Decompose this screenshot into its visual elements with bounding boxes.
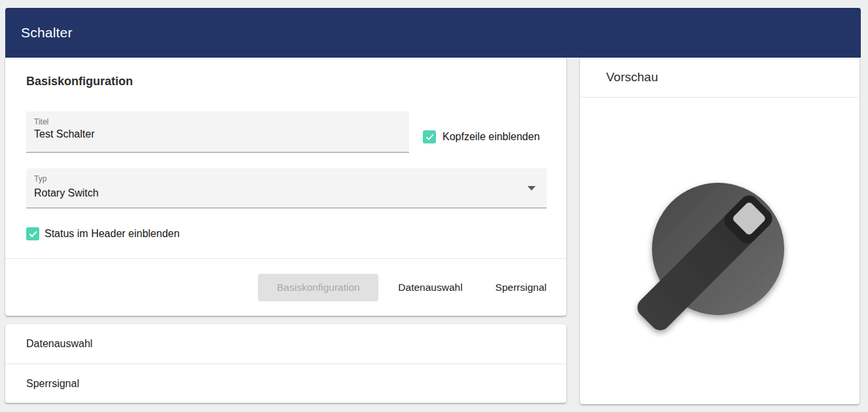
vorschau-title: Vorschau bbox=[580, 70, 658, 84]
titel-field[interactable]: Titel bbox=[26, 111, 409, 153]
titel-input[interactable] bbox=[34, 128, 378, 140]
accordion-card: Datenauswahl Sperrsignal bbox=[5, 324, 566, 403]
accordion-item-label: Sperrsignal bbox=[26, 378, 79, 390]
basiskonfiguration-title: Basiskonfiguration bbox=[26, 75, 133, 88]
checkmark-icon bbox=[28, 229, 38, 239]
basiskonfiguration-card: Basiskonfiguration Titel Kopfzeile einbl… bbox=[5, 58, 566, 316]
accordion-item-datenauswahl[interactable]: Datenauswahl bbox=[5, 324, 566, 364]
vorschau-header: Vorschau bbox=[580, 58, 859, 97]
typ-select[interactable]: Typ Rotary Switch bbox=[26, 168, 547, 208]
accordion-item-sperrsignal[interactable]: Sperrsignal bbox=[5, 364, 566, 403]
card-footer: Basiskonfiguration Datenauswahl Sperrsig… bbox=[5, 259, 547, 316]
rotary-switch-knob[interactable] bbox=[580, 98, 859, 404]
kopfzeile-checkbox-label: Kopfzeile einblenden bbox=[443, 130, 540, 143]
vorschau-body bbox=[580, 98, 859, 404]
checkmark-icon bbox=[425, 132, 435, 142]
kopfzeile-checkbox[interactable] bbox=[423, 130, 436, 143]
accordion-item-label: Datenauswahl bbox=[26, 338, 92, 350]
vorschau-card: Vorschau bbox=[580, 58, 859, 404]
typ-select-value: Rotary Switch bbox=[34, 187, 515, 199]
sperrsignal-tab-button[interactable]: Sperrsignal bbox=[496, 276, 547, 299]
status-header-checkbox[interactable] bbox=[26, 227, 39, 240]
datenauswahl-tab-button[interactable]: Datenauswahl bbox=[398, 276, 462, 299]
titel-field-label: Titel bbox=[34, 117, 48, 126]
typ-select-label: Typ bbox=[34, 174, 46, 183]
app-header: Schalter bbox=[5, 8, 861, 58]
chevron-down-icon bbox=[528, 186, 535, 191]
basiskonfiguration-tab-button[interactable]: Basiskonfiguration bbox=[258, 274, 378, 301]
status-header-checkbox-label: Status im Header einblenden bbox=[45, 227, 179, 240]
page-title: Schalter bbox=[5, 25, 73, 41]
